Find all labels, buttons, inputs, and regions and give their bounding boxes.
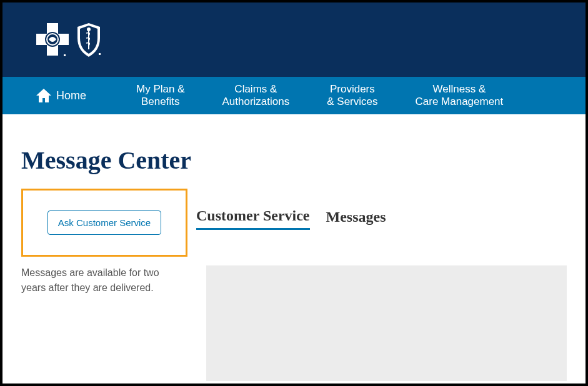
page-title: Message Center bbox=[21, 146, 567, 175]
cross-logo-icon bbox=[36, 22, 69, 58]
svg-rect-4 bbox=[64, 54, 66, 56]
main-nav: Home My Plan & Benefits Claims & Authori… bbox=[2, 77, 586, 114]
retention-note: Messages are available for two years aft… bbox=[21, 265, 187, 384]
tab-customer-service[interactable]: Customer Service bbox=[196, 207, 310, 230]
svg-rect-7 bbox=[99, 53, 101, 55]
svg-point-6 bbox=[87, 27, 91, 31]
message-panel bbox=[206, 265, 567, 381]
ask-customer-service-button[interactable]: Ask Customer Service bbox=[47, 210, 161, 235]
nav-home[interactable]: Home bbox=[36, 89, 86, 102]
nav-home-label: Home bbox=[56, 89, 86, 102]
main-content: Message Center Ask Customer Service Cust… bbox=[2, 114, 586, 384]
nav-claims[interactable]: Claims & Authorizations bbox=[222, 83, 290, 109]
shield-logo-icon bbox=[75, 22, 102, 58]
ask-highlight-box: Ask Customer Service bbox=[21, 189, 187, 257]
nav-providers[interactable]: Providers & Services bbox=[327, 83, 377, 109]
nav-my-plan[interactable]: My Plan & Benefits bbox=[136, 83, 184, 109]
tabs: Customer Service Messages bbox=[196, 207, 386, 230]
home-icon bbox=[36, 89, 51, 102]
action-row: Ask Customer Service Customer Service Me… bbox=[21, 189, 567, 257]
page-root: Home My Plan & Benefits Claims & Authori… bbox=[2, 2, 586, 384]
header-bar bbox=[2, 2, 586, 77]
below-row: Messages are available for two years aft… bbox=[21, 265, 567, 384]
tab-messages[interactable]: Messages bbox=[326, 209, 386, 229]
nav-wellness[interactable]: Wellness & Care Management bbox=[415, 83, 503, 109]
bcbs-logo bbox=[36, 22, 102, 58]
